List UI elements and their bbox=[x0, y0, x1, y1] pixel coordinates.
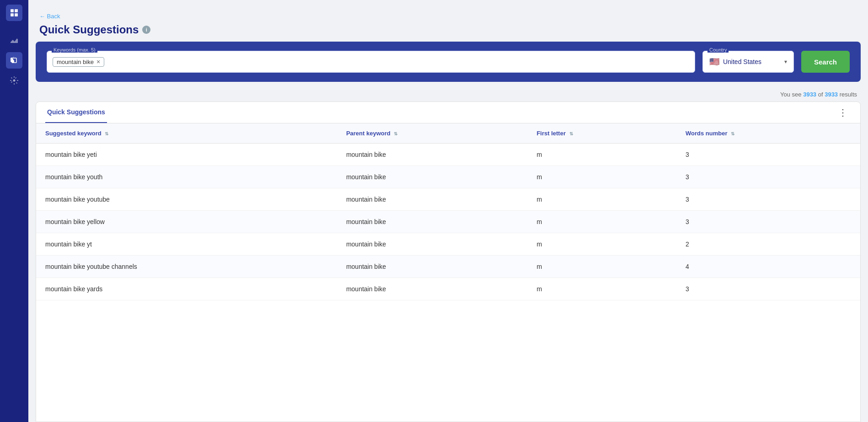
cell-first-letter-0: m bbox=[527, 144, 676, 166]
cell-suggested-3: mountain bike yellow bbox=[36, 211, 337, 233]
cell-first-letter-3: m bbox=[527, 211, 676, 233]
cell-first-letter-5: m bbox=[527, 256, 676, 278]
svg-rect-3 bbox=[15, 13, 18, 16]
cell-parent-2: mountain bike bbox=[337, 188, 527, 211]
main-content: ← Back Quick Suggestions i Keywords (max… bbox=[28, 5, 868, 422]
table-header-row: Suggested keyword ⇅ Parent keyword ⇅ Fir… bbox=[36, 123, 860, 144]
table-row: mountain bike youtube channels mountain … bbox=[36, 256, 860, 278]
cell-suggested-4: mountain bike yt bbox=[36, 233, 337, 256]
cell-words-1: 3 bbox=[676, 166, 860, 188]
cell-suggested-2: mountain bike youtube bbox=[36, 188, 337, 211]
table-row: mountain bike yellow mountain bike m 3 bbox=[36, 211, 860, 233]
sort-icon-first-letter: ⇅ bbox=[569, 131, 573, 136]
search-button[interactable]: Search bbox=[801, 51, 850, 73]
svg-rect-0 bbox=[11, 9, 14, 12]
cell-words-2: 3 bbox=[676, 188, 860, 211]
sidebar-logo bbox=[6, 5, 22, 21]
page-header: ← Back Quick Suggestions i bbox=[28, 5, 868, 42]
cell-parent-0: mountain bike bbox=[337, 144, 527, 166]
cell-parent-3: mountain bike bbox=[337, 211, 527, 233]
svg-point-5 bbox=[13, 80, 16, 82]
cell-suggested-1: mountain bike youth bbox=[36, 166, 337, 188]
keyword-count: 1 of 5 bbox=[675, 59, 689, 65]
info-icon[interactable]: i bbox=[142, 26, 150, 34]
cell-parent-1: mountain bike bbox=[337, 166, 527, 188]
table-row: mountain bike yeti mountain bike m 3 bbox=[36, 144, 860, 166]
cell-words-6: 3 bbox=[676, 278, 860, 300]
sidebar-item-chart[interactable] bbox=[6, 32, 22, 48]
chevron-down-icon: ▾ bbox=[784, 59, 787, 65]
cell-words-0: 3 bbox=[676, 144, 860, 166]
table-row: mountain bike yt mountain bike m 2 bbox=[36, 233, 860, 256]
table-wrapper: Suggested keyword ⇅ Parent keyword ⇅ Fir… bbox=[36, 123, 860, 422]
cell-parent-4: mountain bike bbox=[337, 233, 527, 256]
sidebar bbox=[0, 0, 28, 422]
sort-icon-parent: ⇅ bbox=[394, 131, 397, 136]
page-title-row: Quick Suggestions i bbox=[39, 23, 857, 36]
cell-suggested-0: mountain bike yeti bbox=[36, 144, 337, 166]
cell-words-4: 2 bbox=[676, 233, 860, 256]
table-options-button[interactable]: ⋮ bbox=[835, 103, 851, 122]
col-first-letter[interactable]: First letter ⇅ bbox=[527, 123, 676, 144]
keyword-tag-text: mountain bike bbox=[57, 59, 94, 65]
sidebar-item-puzzle[interactable] bbox=[6, 52, 22, 69]
results-text: You see 3933 of 3933 results bbox=[780, 91, 857, 98]
keyword-tag-remove[interactable]: × bbox=[96, 59, 100, 65]
table-row: mountain bike youtube mountain bike m 3 bbox=[36, 188, 860, 211]
keywords-field[interactable]: Keywords (max. 5) mountain bike × 1 of 5 bbox=[47, 51, 695, 73]
cell-words-5: 4 bbox=[676, 256, 860, 278]
country-flag: 🇺🇸 bbox=[709, 57, 719, 67]
svg-rect-1 bbox=[15, 9, 18, 12]
cell-first-letter-1: m bbox=[527, 166, 676, 188]
keyword-tag: mountain bike × bbox=[53, 57, 104, 67]
search-bar-section: Keywords (max. 5) mountain bike × 1 of 5… bbox=[36, 42, 861, 82]
table-section: Quick Suggestions ⋮ Suggested keyword ⇅ … bbox=[36, 101, 861, 422]
cell-parent-6: mountain bike bbox=[337, 278, 527, 300]
table-row: mountain bike yards mountain bike m 3 bbox=[36, 278, 860, 300]
col-words-number[interactable]: Words number ⇅ bbox=[676, 123, 860, 144]
results-count-bar: You see 3933 of 3933 results bbox=[28, 89, 868, 101]
cell-first-letter-2: m bbox=[527, 188, 676, 211]
country-label: Country bbox=[707, 47, 729, 53]
country-dropdown[interactable]: Country 🇺🇸 United States ▾ bbox=[702, 51, 794, 73]
col-parent-keyword[interactable]: Parent keyword ⇅ bbox=[337, 123, 527, 144]
sort-icon-words: ⇅ bbox=[731, 131, 734, 136]
table-tabs: Quick Suggestions ⋮ bbox=[36, 102, 860, 123]
cell-first-letter-6: m bbox=[527, 278, 676, 300]
sort-icon-suggested: ⇅ bbox=[105, 131, 108, 136]
results-table: Suggested keyword ⇅ Parent keyword ⇅ Fir… bbox=[36, 123, 860, 300]
cell-parent-5: mountain bike bbox=[337, 256, 527, 278]
back-link[interactable]: ← Back bbox=[39, 13, 857, 20]
table-row: mountain bike youth mountain bike m 3 bbox=[36, 166, 860, 188]
keywords-label: Keywords (max. 5) bbox=[52, 47, 97, 53]
tab-quick-suggestions[interactable]: Quick Suggestions bbox=[45, 102, 107, 123]
col-suggested-keyword[interactable]: Suggested keyword ⇅ bbox=[36, 123, 337, 144]
content-area: You see 3933 of 3933 results Quick Sugge… bbox=[28, 89, 868, 422]
cell-words-3: 3 bbox=[676, 211, 860, 233]
sidebar-item-settings[interactable] bbox=[6, 72, 22, 89]
svg-rect-2 bbox=[11, 13, 14, 16]
cell-suggested-6: mountain bike yards bbox=[36, 278, 337, 300]
country-name: United States bbox=[723, 58, 781, 65]
page-title: Quick Suggestions bbox=[39, 23, 139, 36]
cell-first-letter-4: m bbox=[527, 233, 676, 256]
cell-suggested-5: mountain bike youtube channels bbox=[36, 256, 337, 278]
